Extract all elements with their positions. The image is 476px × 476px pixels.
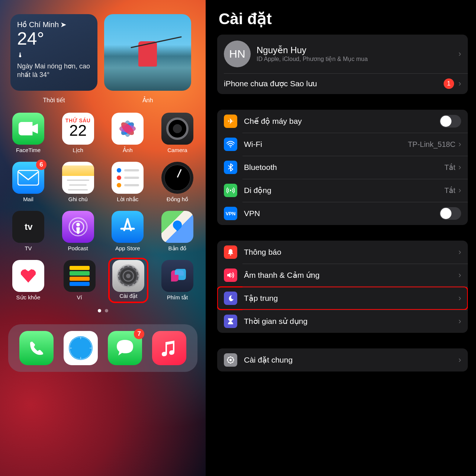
app-appstore[interactable]: App Store [107,211,148,252]
settings-title: Cài đặt [219,10,468,28]
page-indicator[interactable] [0,309,206,312]
chevron-right-icon: › [459,247,461,257]
chevron-right-icon: › [459,355,461,365]
settings-group-connectivity: ✈ Chế độ máy bay Wi-Fi TP-Link_518C › Bl… [217,110,468,225]
settings-row-cellular[interactable]: Di động Tắt › [217,179,468,202]
app-shortcuts[interactable]: Phím tắt [157,260,197,301]
notes-icon [62,162,94,194]
svg-point-11 [76,223,80,226]
health-icon [12,260,44,292]
profile-name: Nguyễn Huy [257,45,459,55]
app-settings[interactable]: Cài đặt [108,258,148,303]
app-calendar[interactable]: THỨ SÁU22Lịch [58,113,98,154]
focus-icon [224,292,237,305]
weather-location: Hồ Chí Minh [17,20,59,29]
settings-panel: Cài đặt HN Nguyễn Huy ID Apple, iCloud, … [209,0,476,476]
app-wallet[interactable]: Ví [60,260,100,301]
settings-row-focus[interactable]: Tập trung › [217,287,468,310]
dock-safari[interactable] [64,331,98,365]
settings-row-screentime[interactable]: Thời gian sử dụng › [217,310,468,333]
notification-badge: 1 [444,78,454,89]
clock-icon [161,162,193,194]
maps-icon [161,211,193,243]
wifi-icon [224,138,237,151]
app-reminders[interactable]: Lời nhắc [107,162,148,203]
settings-row-profile[interactable]: HN Nguyễn Huy ID Apple, iCloud, Phương t… [217,35,468,73]
dock-messages[interactable]: 7 [108,331,142,365]
settings-row-backup[interactable]: iPhone chưa được Sao lưu 1 › [217,73,468,94]
sounds-icon [224,268,237,282]
wifi-value: TP-Link_518C [408,140,456,149]
weather-widget-label: Thời tiết [10,97,97,104]
reminders-icon [112,162,144,194]
settings-row-wifi[interactable]: Wi-Fi TP-Link_518C › [217,133,468,156]
svg-rect-8 [18,170,39,185]
facetime-icon [12,113,44,145]
weather-forecast: Ngày Mai nóng hơn, cao nhất là 34° [17,62,91,80]
app-notes[interactable]: Ghi chú [58,162,98,203]
svg-point-16 [126,274,131,278]
location-arrow-icon: ➤ [60,20,67,29]
chevron-right-icon: › [459,139,461,149]
notifications-icon [224,245,237,259]
chevron-right-icon: › [459,163,461,172]
app-camera[interactable]: Camera [157,113,197,154]
weather-temp: 24° [17,30,91,48]
chevron-right-icon: › [459,293,461,303]
app-facetime[interactable]: FaceTime [8,113,48,154]
mail-icon: 6 [12,162,44,194]
cellular-icon [224,184,237,197]
chevron-right-icon: › [459,49,461,59]
weather-widget[interactable]: Hồ Chí Minh ➤ 24° 🌡 Ngày Mai nóng hơn, c… [10,14,97,91]
bluetooth-value: Tắt [444,163,456,172]
page-dot-1 [98,309,101,312]
svg-line-33 [232,357,233,358]
mail-badge: 6 [36,160,46,170]
podcast-icon [62,211,94,243]
svg-line-32 [232,362,233,363]
chevron-right-icon: › [459,316,461,326]
settings-group-interaction: Thông báo › Âm thanh & Cảm ứng › Tập tru… [217,241,468,333]
chevron-right-icon: › [459,186,461,195]
settings-group-profile: HN Nguyễn Huy ID Apple, iCloud, Phương t… [217,35,468,94]
bluetooth-icon [224,161,237,174]
app-podcast[interactable]: Podcast [58,211,98,252]
wallet-icon [64,260,96,292]
settings-row-bluetooth[interactable]: Bluetooth Tắt › [217,156,468,179]
settings-icon [112,260,144,292]
photos-widget-label: Ảnh [104,97,191,104]
app-tv[interactable]: tvTV [8,211,48,252]
vpn-toggle[interactable] [440,207,461,220]
photos-icon [112,113,144,145]
dock-phone[interactable] [19,331,54,365]
app-maps[interactable]: Bản đồ [157,211,197,252]
messages-badge: 7 [134,329,144,339]
app-clock[interactable]: Đồng hồ [157,162,197,203]
settings-row-sounds[interactable]: Âm thanh & Cảm ứng › [217,264,468,287]
app-health[interactable]: Sức khỏe [8,260,48,301]
dock-music[interactable] [152,331,186,365]
svg-point-26 [229,359,232,361]
svg-point-24 [230,190,231,191]
settings-row-general[interactable]: Cài đặt chung › [217,348,468,372]
svg-line-34 [228,362,229,363]
vpn-icon: VPN [224,207,237,220]
airplane-toggle[interactable] [440,115,461,128]
tv-icon: tv [12,211,44,243]
dock: 7 [8,324,197,372]
camera-icon [161,113,193,145]
svg-line-31 [228,357,229,358]
settings-row-notifications[interactable]: Thông báo › [217,241,468,264]
settings-group-general: Cài đặt chung › [217,348,468,372]
panel-divider [206,0,209,476]
settings-row-airplane[interactable]: ✈ Chế độ máy bay [217,110,468,133]
app-mail[interactable]: 6Mail [8,162,48,203]
chevron-right-icon: › [459,270,461,280]
photos-widget[interactable] [104,14,191,91]
app-photos[interactable]: Ảnh [107,113,148,154]
settings-row-vpn[interactable]: VPN VPN [217,202,468,225]
appstore-icon [112,211,144,243]
homescreen-panel: Hồ Chí Minh ➤ 24° 🌡 Ngày Mai nóng hơn, c… [0,0,206,476]
svg-point-17 [69,336,93,360]
airplane-icon: ✈ [224,115,237,128]
